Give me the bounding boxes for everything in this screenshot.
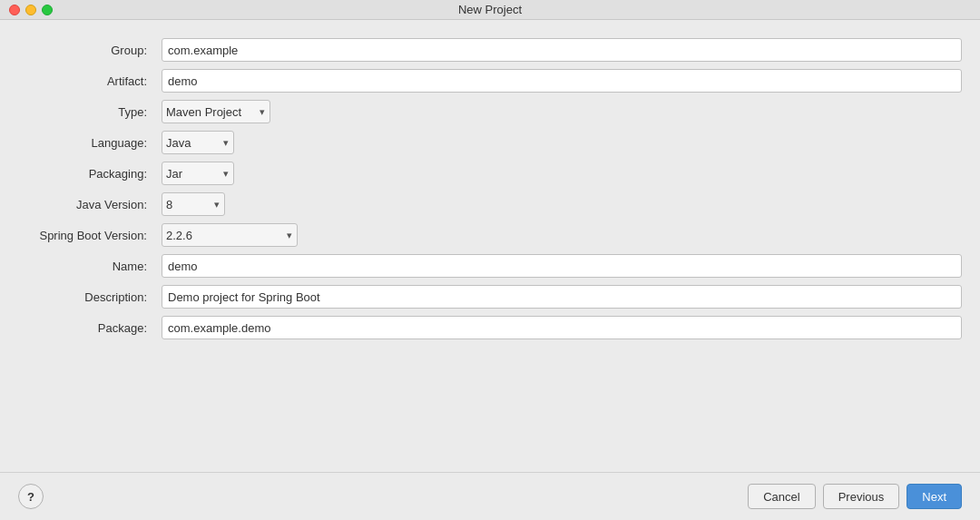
- window-controls: [9, 5, 53, 15]
- type-select[interactable]: Maven Project Gradle Project: [162, 100, 270, 123]
- name-input[interactable]: [162, 254, 962, 278]
- packaging-select-wrapper: Jar War: [162, 162, 234, 185]
- language-label: Language:: [18, 136, 154, 150]
- next-button[interactable]: Next: [906, 484, 962, 509]
- previous-button[interactable]: Previous: [823, 484, 900, 509]
- java-version-select[interactable]: 8 11 14: [162, 192, 225, 216]
- language-select[interactable]: Java Kotlin Groovy: [162, 131, 234, 154]
- description-input[interactable]: [162, 285, 962, 309]
- spring-boot-version-select[interactable]: 2.2.6 2.3.0 2.3.1: [162, 223, 298, 247]
- window-title: New Project: [458, 3, 522, 16]
- dialog-content: Group: Artifact: Type: Maven Project Gra…: [0, 20, 980, 472]
- spring-boot-version-select-wrapper: 2.2.6 2.3.0 2.3.1: [162, 223, 298, 247]
- language-select-wrapper: Java Kotlin Groovy: [162, 131, 234, 154]
- maximize-button[interactable]: [42, 5, 53, 15]
- cancel-button[interactable]: Cancel: [748, 484, 815, 509]
- footer-left: ?: [18, 484, 44, 509]
- name-label: Name:: [18, 260, 154, 273]
- packaging-label: Packaging:: [18, 167, 154, 181]
- java-version-label: Java Version:: [18, 198, 154, 211]
- group-input[interactable]: [162, 38, 962, 62]
- type-select-wrapper: Maven Project Gradle Project: [162, 100, 270, 123]
- description-label: Description:: [18, 290, 154, 304]
- help-button[interactable]: ?: [18, 484, 44, 509]
- dialog-footer: ? Cancel Previous Next: [0, 472, 980, 520]
- minimize-button[interactable]: [25, 5, 36, 15]
- java-version-select-wrapper: 8 11 14: [162, 192, 225, 216]
- artifact-input[interactable]: [162, 69, 962, 93]
- packaging-select[interactable]: Jar War: [162, 162, 234, 185]
- title-bar: New Project: [0, 0, 980, 20]
- group-label: Group:: [18, 44, 154, 57]
- artifact-label: Artifact:: [18, 74, 154, 88]
- close-button[interactable]: [9, 5, 20, 15]
- spring-boot-version-label: Spring Boot Version:: [18, 229, 154, 242]
- form-grid: Group: Artifact: Type: Maven Project Gra…: [18, 38, 962, 339]
- package-label: Package:: [18, 321, 154, 335]
- type-label: Type:: [18, 105, 154, 119]
- package-input[interactable]: [162, 316, 962, 339]
